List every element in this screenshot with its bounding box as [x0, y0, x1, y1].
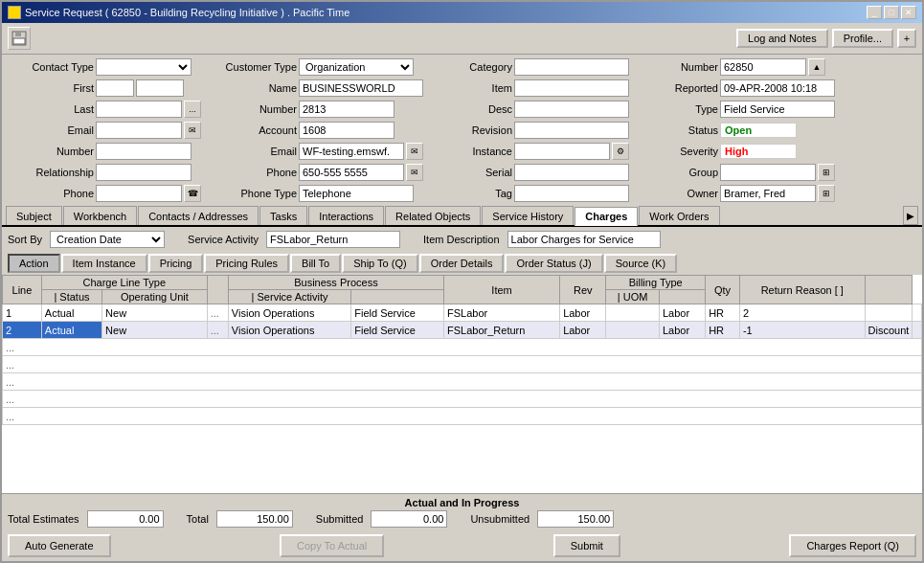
- col-billing-type-group: Billing Type: [606, 276, 706, 290]
- number3-label: Number: [651, 61, 718, 73]
- number3-input[interactable]: 62850: [720, 58, 806, 76]
- first-input2[interactable]: [136, 79, 184, 97]
- total-estimates-label: Total Estimates: [8, 513, 79, 525]
- svg-rect-2: [13, 38, 25, 44]
- sub-tab-pricing-rules[interactable]: Pricing Rules: [204, 254, 289, 273]
- tab-tasks[interactable]: Tasks: [259, 206, 307, 225]
- col-qty: Qty: [706, 276, 740, 304]
- group-lookup-icon[interactable]: ⊞: [818, 164, 835, 181]
- sub-tab-ship-to[interactable]: Ship To (Q): [342, 254, 417, 273]
- sort-by-select[interactable]: Creation Date: [50, 231, 165, 248]
- email2-input[interactable]: [299, 143, 404, 160]
- type-input[interactable]: [720, 101, 835, 118]
- save-icon[interactable]: [8, 27, 31, 50]
- number2-input[interactable]: [299, 101, 394, 118]
- first-input1[interactable]: [96, 79, 134, 97]
- name-label: Name: [201, 82, 297, 94]
- service-activity-input[interactable]: [266, 231, 400, 248]
- col-billing-pipe: | UOM: [606, 290, 660, 304]
- item-desc-input[interactable]: [507, 231, 661, 248]
- sub-tab-item-instance[interactable]: Item Instance: [61, 254, 147, 273]
- phone2-icon[interactable]: ✉: [406, 164, 423, 181]
- serial-input[interactable]: [514, 164, 629, 181]
- tabs-scroll-right[interactable]: ▶: [903, 206, 918, 225]
- sub-tab-bill-to[interactable]: Bill To: [290, 254, 341, 273]
- sub-tabs: Action Item Instance Pricing Pricing Rul…: [2, 252, 922, 275]
- cell-line: 2: [3, 322, 42, 339]
- phone-label: Phone: [8, 188, 94, 199]
- sub-tab-pricing[interactable]: Pricing: [148, 254, 204, 273]
- col-item: Item: [444, 276, 560, 304]
- email-label: Email: [8, 124, 94, 136]
- phone-input[interactable]: [96, 185, 182, 202]
- charges-table: Line Charge Line Type Business Process I…: [2, 275, 922, 425]
- tab-subject[interactable]: Subject: [6, 206, 62, 225]
- cell-status: New: [102, 322, 208, 339]
- last-input[interactable]: [96, 101, 182, 118]
- submitted-input[interactable]: [371, 510, 447, 528]
- charges-report-button[interactable]: Charges Report (Q): [789, 534, 916, 557]
- desc-input[interactable]: [514, 101, 629, 118]
- tag-input[interactable]: [514, 185, 629, 202]
- minimize-btn[interactable]: _: [867, 6, 882, 19]
- tab-workbench[interactable]: Workbench: [63, 206, 137, 225]
- profile-button[interactable]: Profile...: [832, 29, 893, 48]
- contact-type-select[interactable]: [96, 58, 192, 76]
- item-input[interactable]: [514, 79, 629, 97]
- auto-generate-button[interactable]: Auto Generate: [8, 534, 111, 557]
- sub-tab-order-details[interactable]: Order Details: [419, 254, 505, 273]
- maximize-btn[interactable]: □: [884, 6, 899, 19]
- last-lookup-icon[interactable]: ...: [184, 101, 201, 118]
- tab-service-history[interactable]: Service History: [482, 206, 574, 225]
- sub-tab-action[interactable]: Action: [8, 254, 60, 273]
- cell-ellipsis[interactable]: ...: [207, 304, 228, 322]
- email2-icon[interactable]: ✉: [406, 143, 423, 160]
- group-input[interactable]: [720, 164, 816, 181]
- email-input[interactable]: [96, 122, 182, 139]
- instance-input[interactable]: [514, 143, 610, 160]
- unsubmitted-input[interactable]: [537, 510, 614, 528]
- email-icon[interactable]: ✉: [184, 122, 201, 139]
- close-btn[interactable]: ✕: [901, 6, 916, 19]
- phone-type-input[interactable]: [299, 185, 414, 202]
- cell-scroll-r: [913, 304, 922, 322]
- name-input[interactable]: [299, 79, 423, 97]
- table-row[interactable]: 2 Actual New ... Vision Operations Field…: [3, 322, 922, 339]
- tab-interactions[interactable]: Interactions: [308, 206, 384, 225]
- tab-contacts[interactable]: Contacts / Addresses: [138, 206, 259, 225]
- expand-icon[interactable]: +: [897, 29, 916, 48]
- number-input[interactable]: [96, 143, 192, 160]
- sub-tab-order-status[interactable]: Order Status (J): [505, 254, 602, 273]
- account-input[interactable]: [299, 122, 394, 139]
- tab-related-objects[interactable]: Related Objects: [385, 206, 481, 225]
- instance-icon[interactable]: ⚙: [612, 143, 629, 160]
- svg-rect-1: [15, 32, 21, 36]
- tab-work-orders[interactable]: Work Orders: [639, 206, 719, 225]
- phone-icon[interactable]: ☎: [184, 185, 201, 202]
- cell-ellipsis[interactable]: ...: [207, 322, 228, 339]
- table-row-empty: ...: [3, 339, 922, 356]
- status-label: Status: [651, 124, 718, 136]
- customer-type-select[interactable]: Organization: [299, 58, 414, 76]
- copy-to-actual-button[interactable]: Copy To Actual: [280, 534, 384, 557]
- tab-charges[interactable]: Charges: [575, 207, 638, 226]
- revision-input[interactable]: [514, 122, 629, 139]
- total-estimates-input[interactable]: [87, 510, 164, 528]
- table-row-empty: ...: [3, 373, 922, 391]
- phone2-input[interactable]: [299, 164, 404, 181]
- relationship-input[interactable]: [96, 164, 192, 181]
- total-input[interactable]: [216, 510, 293, 528]
- submit-button[interactable]: Submit: [553, 534, 620, 557]
- table-row[interactable]: 1 Actual New ... Vision Operations Field…: [3, 304, 922, 322]
- sub-tab-source[interactable]: Source (K): [604, 254, 678, 273]
- col-return-reason: Return Reason [ ]: [739, 276, 865, 304]
- reported-input[interactable]: [720, 79, 835, 97]
- category-input[interactable]: [514, 58, 629, 76]
- owner-input[interactable]: [720, 185, 816, 202]
- owner-lookup-icon[interactable]: ⊞: [818, 185, 835, 202]
- scroll-up[interactable]: ▲: [808, 58, 825, 76]
- log-notes-button[interactable]: Log and Notes: [736, 29, 828, 48]
- col-business-process-group: Business Process: [228, 276, 443, 290]
- severity-value: High: [720, 144, 797, 159]
- cell-business-process: Field Service: [351, 322, 444, 339]
